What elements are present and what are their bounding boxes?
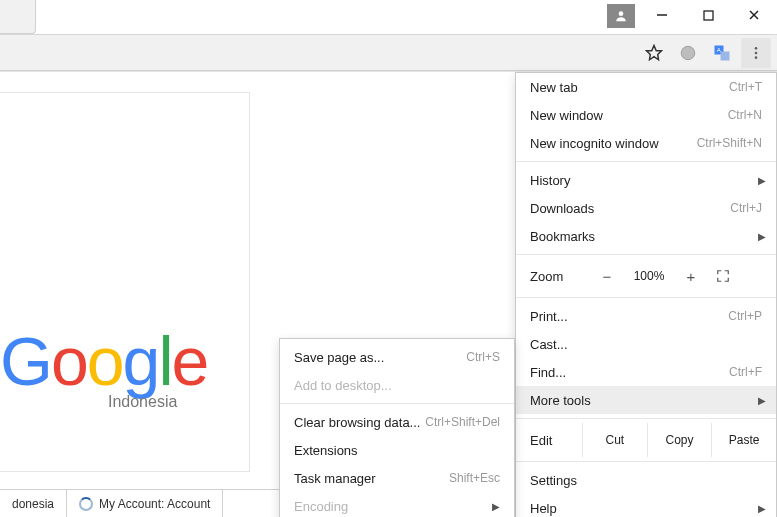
menu-edit-row: Edit Cut Copy Paste [516,423,776,457]
zoom-out-button[interactable]: − [590,268,624,285]
zoom-label: Zoom [530,269,590,284]
svg-text:A: A [717,47,721,53]
menu-more-tools[interactable]: More tools▶ [516,386,776,414]
menu-cast[interactable]: Cast... [516,330,776,358]
menu-new-tab[interactable]: New tabCtrl+T [516,73,776,101]
menu-separator [516,418,776,419]
browser-toolbar: A [0,34,777,71]
menu-task-manager[interactable]: Task managerShift+Esc [280,464,514,492]
logo-letter: g [123,323,159,399]
translate-icon[interactable]: A [707,38,737,68]
chrome-main-menu: New tabCtrl+T New windowCtrl+N New incog… [515,72,777,517]
chevron-right-icon: ▶ [492,501,500,512]
title-bar [0,0,777,34]
svg-point-11 [755,47,758,50]
edit-cut-button[interactable]: Cut [582,423,647,457]
svg-rect-9 [721,51,730,60]
profile-badge[interactable] [607,4,635,28]
taskbar-tab[interactable]: donesia [0,490,67,517]
menu-clear-browsing-data[interactable]: Clear browsing data...Ctrl+Shift+Del [280,408,514,436]
menu-settings[interactable]: Settings [516,466,776,494]
menu-separator [280,403,514,404]
menu-zoom-row: Zoom − 100% + [516,259,776,293]
minimize-button[interactable] [639,0,685,30]
close-button[interactable] [731,0,777,30]
tab-label: My Account: Account [99,497,210,511]
menu-history[interactable]: History▶ [516,166,776,194]
menu-save-page-as[interactable]: Save page as...Ctrl+S [280,343,514,371]
google-logo: Google Indonesia [0,327,207,411]
menu-bookmarks[interactable]: Bookmarks▶ [516,222,776,250]
window-controls [639,0,777,30]
menu-separator [516,161,776,162]
loading-spinner-icon [79,497,93,511]
menu-encoding: Encoding▶ [280,492,514,517]
logo-letter: o [87,323,123,399]
svg-rect-2 [704,11,713,20]
menu-downloads[interactable]: DownloadsCtrl+J [516,194,776,222]
chevron-right-icon: ▶ [758,503,766,514]
svg-point-13 [755,56,758,59]
edit-label: Edit [516,433,582,448]
bookmark-star-icon[interactable] [639,38,669,68]
menu-extensions[interactable]: Extensions [280,436,514,464]
fullscreen-button[interactable] [708,269,738,283]
menu-separator [516,297,776,298]
menu-add-to-desktop: Add to desktop... [280,371,514,399]
content-panel [0,92,250,472]
menu-print[interactable]: Print...Ctrl+P [516,302,776,330]
menu-new-window[interactable]: New windowCtrl+N [516,101,776,129]
zoom-value: 100% [624,269,674,283]
logo-letter: G [0,323,51,399]
svg-point-0 [619,11,624,16]
menu-help[interactable]: Help▶ [516,494,776,517]
chevron-right-icon: ▶ [758,395,766,406]
extension-icon[interactable] [673,38,703,68]
more-tools-submenu: Save page as...Ctrl+S Add to desktop... … [279,338,515,517]
logo-letter: o [51,323,87,399]
page-content: Google Indonesia Save page as...Ctrl+S A… [0,71,777,517]
taskbar-tab[interactable]: My Account: Account [67,490,223,517]
tab-label: donesia [12,497,54,511]
chrome-menu-button[interactable] [741,38,771,68]
zoom-in-button[interactable]: + [674,268,708,285]
edit-copy-button[interactable]: Copy [647,423,712,457]
chevron-right-icon: ▶ [758,175,766,186]
edit-paste-button[interactable]: Paste [711,423,776,457]
svg-marker-5 [647,45,662,59]
maximize-button[interactable] [685,0,731,30]
menu-separator [516,254,776,255]
chevron-right-icon: ▶ [758,231,766,242]
menu-separator [516,461,776,462]
logo-letter: e [172,323,208,399]
menu-find[interactable]: Find...Ctrl+F [516,358,776,386]
svg-point-12 [755,51,758,54]
tab-strip-corner [0,0,36,34]
logo-letter: l [158,323,171,399]
menu-new-incognito[interactable]: New incognito windowCtrl+Shift+N [516,129,776,157]
